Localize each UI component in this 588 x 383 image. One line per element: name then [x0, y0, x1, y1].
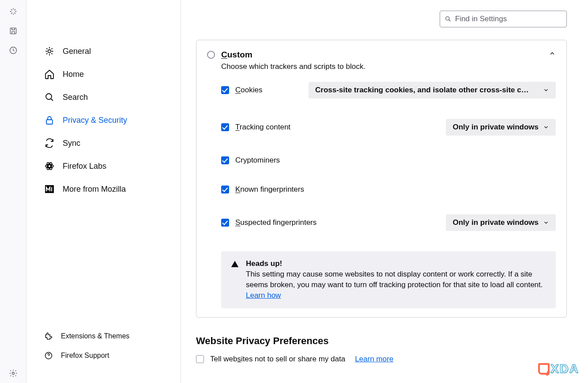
- sidebar-item-support[interactable]: Firefox Support: [41, 346, 166, 365]
- puzzle-icon: [44, 332, 53, 341]
- info-title: Heads up!: [246, 259, 546, 268]
- suspected-fp-row: Suspected fingerprinters Only in private…: [221, 214, 556, 231]
- search-icon: [445, 15, 452, 23]
- tell-sites-row: Tell websites not to sell or share my da…: [196, 355, 567, 364]
- xda-watermark: XDA: [538, 362, 579, 376]
- tracking-checkbox[interactable]: [221, 123, 229, 131]
- crypto-label: Cryptominers: [235, 156, 556, 165]
- sidebar-label: Firefox Support: [61, 352, 109, 360]
- suspected-fp-checkbox[interactable]: [221, 219, 229, 227]
- known-fp-label: Known fingerprinters: [235, 185, 556, 194]
- settings-sidebar: General Home Search Privacy & Security S…: [26, 0, 181, 383]
- custom-protection-card: Custom Choose which trackers and scripts…: [196, 40, 567, 318]
- website-privacy-heading: Website Privacy Preferences: [196, 335, 567, 347]
- tell-sites-label: Tell websites not to sell or share my da…: [210, 355, 345, 364]
- sidebar-label: Privacy & Security: [63, 116, 127, 125]
- sidebar-label: Home: [63, 70, 84, 79]
- sidebar-label: More from Mozilla: [63, 185, 126, 194]
- sidebar-label: Extensions & Themes: [61, 332, 129, 340]
- search-input[interactable]: [455, 15, 562, 23]
- sidebar-item-sync[interactable]: Sync: [41, 132, 166, 155]
- tell-sites-checkbox[interactable]: [196, 355, 204, 363]
- collapse-icon[interactable]: [549, 50, 556, 57]
- search-icon: [44, 92, 55, 102]
- tracking-row: Tracking content Only in private windows: [221, 119, 556, 136]
- ai-chat-icon[interactable]: [9, 7, 18, 16]
- help-icon: [44, 351, 53, 360]
- svg-rect-0: [10, 28, 16, 34]
- crypto-checkbox[interactable]: [221, 156, 229, 164]
- custom-title: Custom: [221, 50, 366, 60]
- sidebar-item-search[interactable]: Search: [41, 86, 166, 109]
- chevron-down-icon: [543, 87, 549, 93]
- cookies-checkbox[interactable]: [221, 86, 229, 94]
- cookies-label: Cookies: [235, 86, 302, 95]
- cookies-dropdown[interactable]: Cross-site tracking cookies, and isolate…: [309, 82, 556, 99]
- lock-icon: [44, 115, 55, 125]
- cookies-row: Cookies Cross-site tracking cookies, and…: [221, 82, 556, 99]
- crypto-row: Cryptominers: [221, 156, 556, 165]
- known-fp-row: Known fingerprinters: [221, 185, 556, 194]
- svg-point-6: [48, 165, 51, 167]
- chevron-down-icon: [543, 220, 549, 226]
- sidebar-label: General: [63, 47, 91, 56]
- svg-point-2: [12, 372, 14, 375]
- sidebar-item-home[interactable]: Home: [41, 63, 166, 86]
- tracking-dropdown[interactable]: Only in private windows: [446, 119, 556, 136]
- heads-up-info: Heads up! This setting may cause some we…: [221, 251, 556, 308]
- sidebar-item-privacy[interactable]: Privacy & Security: [41, 109, 166, 132]
- sidebar-label: Search: [63, 93, 88, 102]
- settings-main: Custom Choose which trackers and scripts…: [181, 0, 588, 383]
- mozilla-icon: [44, 184, 55, 194]
- custom-subtitle: Choose which trackers and scripts to blo…: [221, 62, 366, 71]
- known-fp-checkbox[interactable]: [221, 186, 229, 193]
- learn-how-link[interactable]: Learn how: [246, 291, 281, 300]
- settings-gear-icon[interactable]: [9, 369, 18, 378]
- browser-sidebar-rail: [0, 0, 26, 383]
- history-icon[interactable]: [9, 46, 18, 55]
- svg-rect-5: [46, 120, 53, 124]
- sidebar-label: Firefox Labs: [63, 162, 106, 171]
- custom-radio[interactable]: [207, 51, 215, 59]
- save-icon[interactable]: [9, 27, 18, 35]
- home-icon: [44, 69, 55, 80]
- learn-more-link[interactable]: Learn more: [355, 355, 393, 364]
- settings-search[interactable]: [440, 11, 567, 27]
- sidebar-item-general[interactable]: General: [41, 40, 166, 63]
- info-text: This setting may cause some websites to …: [246, 269, 546, 300]
- sidebar-item-extensions[interactable]: Extensions & Themes: [41, 326, 166, 346]
- warning-icon: [231, 260, 239, 268]
- chevron-down-icon: [543, 124, 549, 130]
- tracking-label: Tracking content: [235, 123, 440, 132]
- sidebar-item-more-mozilla[interactable]: More from Mozilla: [41, 178, 166, 201]
- gear-icon: [44, 46, 55, 57]
- sidebar-item-labs[interactable]: Firefox Labs: [41, 155, 166, 178]
- watermark-icon: [538, 363, 550, 375]
- suspected-fp-dropdown[interactable]: Only in private windows: [446, 214, 556, 231]
- svg-point-3: [48, 50, 51, 53]
- suspected-fp-label: Suspected fingerprinters: [235, 218, 440, 227]
- labs-icon: [44, 161, 55, 171]
- sidebar-label: Sync: [63, 139, 80, 148]
- sync-icon: [44, 138, 55, 148]
